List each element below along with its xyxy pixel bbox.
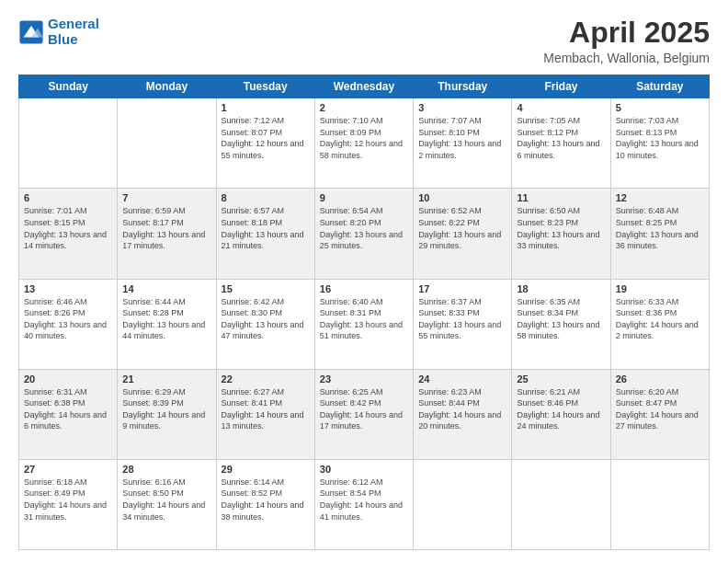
- calendar-cell: [610, 459, 709, 549]
- day-number: 24: [418, 373, 506, 385]
- calendar-cell: 13Sunrise: 6:46 AM Sunset: 8:26 PM Dayli…: [19, 279, 118, 369]
- logo-text: General Blue: [48, 17, 99, 47]
- calendar-cell: 11Sunrise: 6:50 AM Sunset: 8:23 PM Dayli…: [512, 189, 610, 279]
- day-number: 3: [418, 102, 506, 113]
- calendar-cell: 30Sunrise: 6:12 AM Sunset: 8:54 PM Dayli…: [314, 459, 413, 549]
- day-info: Sunrise: 6:18 AM Sunset: 8:49 PM Dayligh…: [24, 477, 112, 523]
- day-info: Sunrise: 6:48 AM Sunset: 8:25 PM Dayligh…: [616, 205, 704, 251]
- calendar-cell: 10Sunrise: 6:52 AM Sunset: 8:22 PM Dayli…: [414, 189, 512, 279]
- logo-line2: Blue: [48, 31, 78, 47]
- day-info: Sunrise: 6:31 AM Sunset: 8:38 PM Dayligh…: [24, 386, 112, 432]
- calendar-cell: 17Sunrise: 6:37 AM Sunset: 8:33 PM Dayli…: [414, 279, 512, 369]
- weekday-header-wednesday: Wednesday: [314, 75, 413, 98]
- calendar-cell: 8Sunrise: 6:57 AM Sunset: 8:18 PM Daylig…: [216, 189, 314, 279]
- week-row-1: 1Sunrise: 7:12 AM Sunset: 8:07 PM Daylig…: [19, 98, 710, 189]
- week-row-3: 13Sunrise: 6:46 AM Sunset: 8:26 PM Dayli…: [19, 279, 710, 369]
- day-number: 18: [517, 283, 605, 294]
- page: General Blue April 2025 Membach, Walloni…: [0, 0, 728, 563]
- calendar-cell: 5Sunrise: 7:03 AM Sunset: 8:13 PM Daylig…: [610, 98, 709, 189]
- calendar-cell: 28Sunrise: 6:16 AM Sunset: 8:50 PM Dayli…: [118, 459, 216, 549]
- day-info: Sunrise: 7:12 AM Sunset: 8:07 PM Dayligh…: [222, 115, 310, 161]
- day-info: Sunrise: 6:44 AM Sunset: 8:28 PM Dayligh…: [122, 296, 210, 342]
- day-number: 22: [222, 373, 310, 385]
- day-number: 10: [418, 192, 506, 203]
- day-info: Sunrise: 6:23 AM Sunset: 8:44 PM Dayligh…: [418, 386, 506, 432]
- day-info: Sunrise: 6:33 AM Sunset: 8:36 PM Dayligh…: [616, 296, 704, 342]
- day-info: Sunrise: 6:52 AM Sunset: 8:22 PM Dayligh…: [418, 205, 506, 251]
- weekday-header-row: SundayMondayTuesdayWednesdayThursdayFrid…: [19, 75, 710, 98]
- day-number: 20: [24, 373, 112, 385]
- calendar-cell: 12Sunrise: 6:48 AM Sunset: 8:25 PM Dayli…: [610, 189, 709, 279]
- day-number: 19: [616, 283, 704, 294]
- day-number: 15: [222, 283, 310, 294]
- calendar-cell: 23Sunrise: 6:25 AM Sunset: 8:42 PM Dayli…: [314, 369, 413, 459]
- logo: General Blue: [18, 17, 99, 47]
- day-info: Sunrise: 6:20 AM Sunset: 8:47 PM Dayligh…: [616, 386, 704, 432]
- day-info: Sunrise: 6:21 AM Sunset: 8:46 PM Dayligh…: [517, 386, 605, 432]
- calendar-cell: 16Sunrise: 6:40 AM Sunset: 8:31 PM Dayli…: [314, 279, 413, 369]
- day-number: 8: [222, 192, 310, 203]
- calendar-cell: 27Sunrise: 6:18 AM Sunset: 8:49 PM Dayli…: [19, 459, 118, 549]
- calendar-cell: 19Sunrise: 6:33 AM Sunset: 8:36 PM Dayli…: [610, 279, 709, 369]
- calendar-cell: [414, 459, 512, 549]
- day-info: Sunrise: 6:12 AM Sunset: 8:54 PM Dayligh…: [320, 477, 408, 523]
- day-number: 4: [517, 102, 605, 113]
- weekday-header-thursday: Thursday: [414, 75, 512, 98]
- day-info: Sunrise: 6:25 AM Sunset: 8:42 PM Dayligh…: [320, 386, 408, 432]
- day-number: 5: [616, 102, 704, 113]
- day-number: 14: [122, 283, 210, 294]
- day-number: 2: [320, 102, 408, 113]
- day-number: 13: [24, 283, 112, 294]
- day-info: Sunrise: 7:07 AM Sunset: 8:10 PM Dayligh…: [418, 115, 506, 161]
- calendar-cell: 22Sunrise: 6:27 AM Sunset: 8:41 PM Dayli…: [216, 369, 314, 459]
- day-info: Sunrise: 6:37 AM Sunset: 8:33 PM Dayligh…: [418, 296, 506, 342]
- calendar-cell: 24Sunrise: 6:23 AM Sunset: 8:44 PM Dayli…: [414, 369, 512, 459]
- calendar-cell: 7Sunrise: 6:59 AM Sunset: 8:17 PM Daylig…: [118, 189, 216, 279]
- day-number: 9: [320, 192, 408, 203]
- day-number: 27: [24, 464, 112, 475]
- week-row-2: 6Sunrise: 7:01 AM Sunset: 8:15 PM Daylig…: [19, 189, 710, 279]
- day-info: Sunrise: 6:50 AM Sunset: 8:23 PM Dayligh…: [517, 205, 605, 251]
- day-info: Sunrise: 6:14 AM Sunset: 8:52 PM Dayligh…: [222, 477, 310, 523]
- day-number: 17: [418, 283, 506, 294]
- calendar-cell: 2Sunrise: 7:10 AM Sunset: 8:09 PM Daylig…: [314, 98, 413, 189]
- calendar-cell: 3Sunrise: 7:07 AM Sunset: 8:10 PM Daylig…: [414, 98, 512, 189]
- day-info: Sunrise: 6:40 AM Sunset: 8:31 PM Dayligh…: [320, 296, 408, 342]
- calendar-cell: 18Sunrise: 6:35 AM Sunset: 8:34 PM Dayli…: [512, 279, 610, 369]
- calendar-cell: 1Sunrise: 7:12 AM Sunset: 8:07 PM Daylig…: [216, 98, 314, 189]
- calendar-cell: 20Sunrise: 6:31 AM Sunset: 8:38 PM Dayli…: [19, 369, 118, 459]
- day-info: Sunrise: 6:59 AM Sunset: 8:17 PM Dayligh…: [122, 205, 210, 251]
- calendar-cell: 21Sunrise: 6:29 AM Sunset: 8:39 PM Dayli…: [118, 369, 216, 459]
- day-number: 25: [517, 373, 605, 385]
- day-info: Sunrise: 6:29 AM Sunset: 8:39 PM Dayligh…: [122, 386, 210, 432]
- weekday-header-friday: Friday: [512, 75, 610, 98]
- day-info: Sunrise: 6:27 AM Sunset: 8:41 PM Dayligh…: [222, 386, 310, 432]
- logo-line1: General: [48, 16, 99, 31]
- calendar-cell: [19, 98, 118, 189]
- calendar-cell: 25Sunrise: 6:21 AM Sunset: 8:46 PM Dayli…: [512, 369, 610, 459]
- day-number: 6: [24, 192, 112, 203]
- weekday-header-sunday: Sunday: [19, 75, 118, 98]
- month-title: April 2025: [543, 17, 710, 49]
- calendar-cell: 15Sunrise: 6:42 AM Sunset: 8:30 PM Dayli…: [216, 279, 314, 369]
- calendar-cell: 26Sunrise: 6:20 AM Sunset: 8:47 PM Dayli…: [610, 369, 709, 459]
- calendar-cell: 29Sunrise: 6:14 AM Sunset: 8:52 PM Dayli…: [216, 459, 314, 549]
- day-number: 11: [517, 192, 605, 203]
- title-block: April 2025 Membach, Wallonia, Belgium: [543, 17, 710, 65]
- calendar-cell: 6Sunrise: 7:01 AM Sunset: 8:15 PM Daylig…: [19, 189, 118, 279]
- calendar-cell: 14Sunrise: 6:44 AM Sunset: 8:28 PM Dayli…: [118, 279, 216, 369]
- day-number: 29: [222, 464, 310, 475]
- day-info: Sunrise: 6:35 AM Sunset: 8:34 PM Dayligh…: [517, 296, 605, 342]
- calendar-cell: 4Sunrise: 7:05 AM Sunset: 8:12 PM Daylig…: [512, 98, 610, 189]
- day-info: Sunrise: 7:10 AM Sunset: 8:09 PM Dayligh…: [320, 115, 408, 161]
- calendar-cell: 9Sunrise: 6:54 AM Sunset: 8:20 PM Daylig…: [314, 189, 413, 279]
- day-info: Sunrise: 6:16 AM Sunset: 8:50 PM Dayligh…: [122, 477, 210, 523]
- day-number: 26: [616, 373, 704, 385]
- day-number: 12: [616, 192, 704, 203]
- logo-icon: [18, 19, 44, 45]
- day-info: Sunrise: 7:05 AM Sunset: 8:12 PM Dayligh…: [517, 115, 605, 161]
- day-info: Sunrise: 7:01 AM Sunset: 8:15 PM Dayligh…: [24, 205, 112, 251]
- day-number: 21: [122, 373, 210, 385]
- location: Membach, Wallonia, Belgium: [543, 51, 710, 65]
- week-row-4: 20Sunrise: 6:31 AM Sunset: 8:38 PM Dayli…: [19, 369, 710, 459]
